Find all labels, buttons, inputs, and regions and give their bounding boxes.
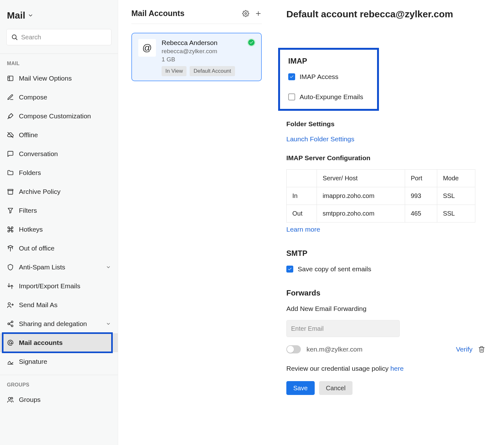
cancel-button[interactable]: Cancel	[319, 381, 352, 395]
verify-link[interactable]: Verify	[456, 346, 472, 353]
launch-folder-settings-link[interactable]: Launch Folder Settings	[286, 135, 485, 143]
svg-rect-2	[8, 76, 13, 81]
sidebar-item-label: Out of office	[19, 245, 54, 252]
sidebar-item-label: Filters	[19, 207, 37, 214]
folders-icon	[7, 169, 14, 176]
at-icon	[7, 339, 14, 346]
sidebar-item-label: Offline	[19, 131, 38, 139]
learn-more-link[interactable]: Learn more	[286, 226, 485, 233]
folder-settings-heading: Folder Settings	[286, 120, 485, 128]
chevron-down-icon	[106, 265, 111, 270]
badge-default: Default Account	[190, 66, 235, 76]
smtp-heading: SMTP	[286, 249, 485, 258]
sidebar-item-send-mail-as[interactable]: Send Mail As	[0, 296, 118, 314]
table-row: In imappro.zoho.com 993 SSL	[287, 187, 475, 205]
sidebar-item-archive-policy[interactable]: Archive Policy	[0, 182, 118, 201]
sidebar-item-label: Compose Customization	[19, 112, 91, 120]
save-button[interactable]: Save	[286, 381, 315, 395]
server-config-heading: IMAP Server Configuration	[286, 154, 485, 162]
trash-icon[interactable]	[478, 346, 485, 353]
search-icon	[11, 34, 18, 41]
sidebar-item-label: Mail accounts	[19, 339, 63, 346]
svg-line-1	[16, 38, 17, 40]
col-port: Port	[405, 170, 437, 187]
out-of-office-icon	[7, 245, 14, 252]
send-as-icon	[7, 301, 14, 308]
sidebar-item-conversation[interactable]: Conversation	[0, 144, 118, 163]
sidebar-item-filters[interactable]: Filters	[0, 201, 118, 220]
plus-icon[interactable]	[255, 10, 262, 17]
forward-toggle[interactable]	[286, 345, 301, 353]
hotkeys-icon	[7, 226, 14, 233]
auto-expunge-label: Auto-Expunge Emails	[300, 93, 363, 101]
auto-expunge-checkbox[interactable]	[288, 93, 295, 100]
sidebar-item-label: Folders	[19, 169, 41, 177]
save-copy-checkbox[interactable]	[286, 266, 293, 273]
sidebar-item-mail-accounts[interactable]: Mail accounts	[0, 333, 118, 352]
groups-icon	[7, 396, 14, 403]
svg-point-17	[245, 13, 247, 14]
filters-icon	[7, 207, 14, 214]
account-email: rebecca@zylker.com	[162, 48, 255, 55]
imap-highlight-box: IMAP IMAP Access Auto-Expunge Emails	[278, 48, 379, 111]
sidebar-item-folders[interactable]: Folders	[0, 163, 118, 182]
accounts-panel: Mail Accounts @ Rebecca Anderson rebecca…	[118, 0, 275, 445]
save-copy-label: Save copy of sent emails	[298, 265, 371, 273]
check-icon	[247, 38, 255, 47]
sidebar-item-groups[interactable]: Groups	[0, 390, 118, 409]
svg-point-15	[9, 397, 11, 400]
svg-point-13	[9, 341, 11, 344]
sidebar-item-label: Groups	[19, 396, 41, 403]
svg-line-12	[9, 324, 11, 325]
sidebar-item-sharing-delegation[interactable]: Sharing and delegation	[0, 314, 118, 333]
sidebar-item-hotkeys[interactable]: Hotkeys	[0, 220, 118, 239]
sidebar-item-out-of-office[interactable]: Out of office	[0, 239, 118, 258]
forward-email-value: ken.m@zylker.com	[306, 346, 450, 353]
sidebar-item-compose[interactable]: Compose	[0, 88, 118, 107]
account-avatar: @	[138, 39, 156, 57]
imap-heading: IMAP	[288, 57, 369, 65]
offline-icon	[7, 132, 14, 138]
svg-line-11	[9, 322, 11, 324]
sidebar-item-label: Archive Policy	[19, 188, 60, 195]
search-box[interactable]	[6, 29, 112, 45]
sidebar-item-label: Signature	[19, 358, 47, 365]
archive-icon	[7, 188, 14, 195]
sidebar-item-offline[interactable]: Offline	[0, 126, 118, 144]
sidebar-header[interactable]: Mail	[0, 6, 118, 29]
imap-access-label: IMAP Access	[300, 73, 338, 81]
policy-link[interactable]: here	[390, 365, 404, 372]
account-storage: 1 GB	[162, 56, 255, 63]
badge-in-view: In View	[162, 66, 186, 76]
sidebar-item-label: Send Mail As	[19, 301, 58, 309]
sidebar-item-import-export[interactable]: Import/Export Emails	[0, 277, 118, 296]
sidebar-item-label: Conversation	[19, 150, 58, 158]
account-card[interactable]: @ Rebecca Anderson rebecca@zylker.com 1 …	[131, 33, 262, 81]
sidebar-item-anti-spam[interactable]: Anti-Spam Lists	[0, 258, 118, 277]
forward-email-input[interactable]	[286, 320, 400, 337]
section-label-groups: GROUPS	[0, 375, 118, 390]
imap-access-checkbox[interactable]	[288, 73, 295, 80]
server-config-table: Server/ Host Port Mode In imappro.zoho.c…	[286, 169, 475, 222]
chevron-down-icon	[106, 321, 111, 326]
sidebar-item-label: Mail View Options	[19, 75, 72, 82]
sidebar-item-label: Sharing and delegation	[19, 320, 87, 328]
forwards-heading: Forwards	[286, 289, 485, 297]
shield-icon	[7, 264, 14, 271]
sidebar-item-mail-view-options[interactable]: Mail View Options	[0, 69, 118, 88]
compose-icon	[7, 94, 14, 101]
search-input[interactable]	[21, 34, 107, 41]
gear-icon[interactable]	[242, 10, 249, 17]
col-mode: Mode	[437, 170, 475, 187]
sidebar-item-label: Anti-Spam Lists	[19, 263, 65, 271]
sidebar-item-signature[interactable]: Signature	[0, 352, 118, 371]
section-label-mail: MAIL	[0, 54, 118, 69]
customize-icon	[7, 113, 14, 120]
sidebar: Mail MAIL Mail View Options Compose Comp…	[0, 0, 118, 445]
table-header-row: Server/ Host Port Mode	[287, 170, 475, 187]
sidebar-item-compose-customization[interactable]: Compose Customization	[0, 107, 118, 126]
share-icon	[7, 320, 14, 327]
col-host: Server/ Host	[317, 170, 405, 187]
sidebar-item-label: Import/Export Emails	[19, 282, 80, 290]
accounts-title: Mail Accounts	[131, 9, 237, 18]
